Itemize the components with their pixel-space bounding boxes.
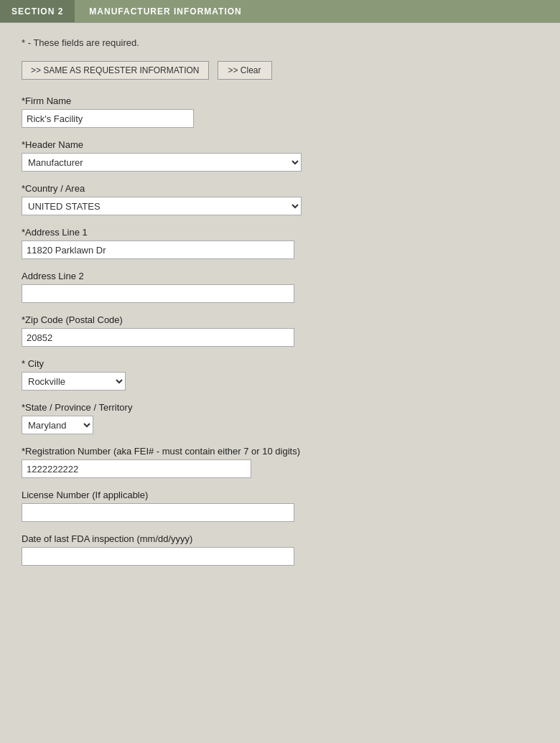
section-tab-title: MANUFACTURER INFORMATION [75, 0, 560, 22]
country-area-group: *Country / Area UNITED STATES CANADA MEX… [22, 183, 538, 215]
registration-number-label: *Registration Number (aka FEI# - must co… [22, 446, 538, 457]
address-line1-group: *Address Line 1 [22, 227, 538, 259]
clear-button[interactable]: >> Clear [218, 61, 272, 80]
city-label: * City [22, 358, 538, 369]
fda-inspection-date-label: Date of last FDA inspection (mm/dd/yyyy) [22, 533, 538, 544]
state-province-label: *State / Province / Territory [22, 402, 538, 413]
section-header: SECTION 2 MANUFACTURER INFORMATION [0, 0, 560, 23]
header-name-select[interactable]: Manufacturer Distributor Packer Repacker… [22, 153, 302, 172]
address-line2-group: Address Line 2 [22, 271, 538, 303]
firm-name-group: *Firm Name [22, 95, 538, 128]
country-area-label: *Country / Area [22, 183, 538, 194]
zip-code-label: *Zip Code (Postal Code) [22, 314, 538, 325]
state-province-select[interactable]: Maryland Virginia California New York Te… [22, 416, 93, 434]
fda-inspection-date-group: Date of last FDA inspection (mm/dd/yyyy) [22, 533, 538, 566]
address-line2-input[interactable] [22, 284, 294, 303]
firm-name-label: *Firm Name [22, 95, 538, 106]
zip-code-group: *Zip Code (Postal Code) [22, 314, 538, 347]
license-number-group: License Number (If applicable) [22, 490, 538, 522]
section-tab-number: SECTION 2 [0, 0, 75, 22]
header-name-group: *Header Name Manufacturer Distributor Pa… [22, 139, 538, 172]
country-area-select[interactable]: UNITED STATES CANADA MEXICO OTHER [22, 197, 302, 215]
registration-number-group: *Registration Number (aka FEI# - must co… [22, 446, 538, 478]
zip-code-input[interactable] [22, 328, 294, 347]
registration-number-input[interactable] [22, 459, 251, 478]
city-select[interactable]: Rockville Bethesda Gaithersburg Silver S… [22, 372, 126, 391]
city-group: * City Rockville Bethesda Gaithersburg S… [22, 358, 538, 391]
firm-name-input[interactable] [22, 109, 194, 128]
address-line1-label: *Address Line 1 [22, 227, 538, 238]
address-line1-input[interactable] [22, 240, 294, 259]
license-number-input[interactable] [22, 503, 294, 522]
required-notice: * - These fields are required. [22, 37, 538, 48]
address-line2-label: Address Line 2 [22, 271, 538, 281]
same-as-requester-button[interactable]: >> SAME AS REQUESTER INFORMATION [22, 61, 209, 80]
fda-inspection-date-input[interactable] [22, 547, 294, 566]
header-name-label: *Header Name [22, 139, 538, 150]
button-row: >> SAME AS REQUESTER INFORMATION >> Clea… [22, 61, 538, 80]
page-container: SECTION 2 MANUFACTURER INFORMATION * - T… [0, 0, 560, 743]
license-number-label: License Number (If applicable) [22, 490, 538, 500]
form-content: * - These fields are required. >> SAME A… [0, 23, 560, 599]
state-province-group: *State / Province / Territory Maryland V… [22, 402, 538, 434]
